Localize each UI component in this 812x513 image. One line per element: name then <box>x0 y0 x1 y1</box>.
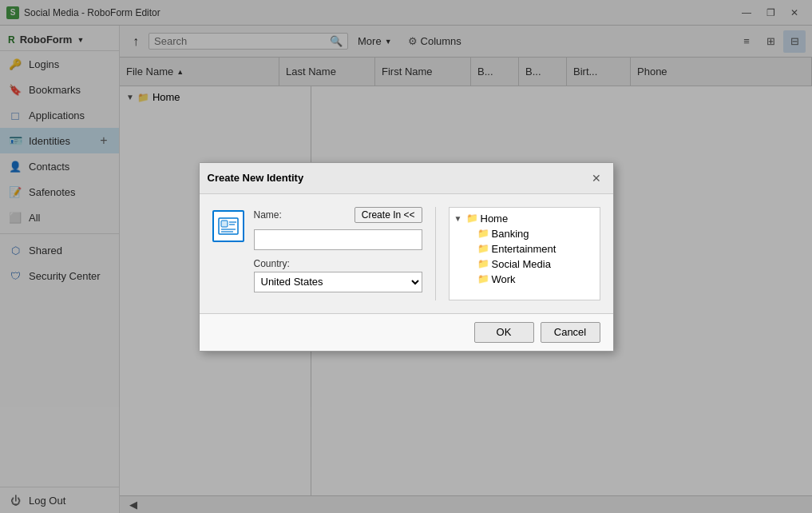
country-label: Country: <box>254 258 422 269</box>
modal-divider <box>435 207 436 300</box>
social-media-folder-icon: 📁 <box>477 258 489 269</box>
modal-tree-work[interactable]: 📁 Work <box>464 272 596 287</box>
cancel-button[interactable]: Cancel <box>541 322 600 343</box>
modal-close-button[interactable]: ✕ <box>588 169 605 187</box>
home-expand-icon: ▼ <box>454 214 464 223</box>
banking-label: Banking <box>492 228 529 240</box>
modal-form: Name: Create In << Country: United State… <box>254 207 422 300</box>
modal-tree-banking[interactable]: 📁 Banking <box>464 226 596 241</box>
modal-tree-home-label: Home <box>481 213 509 225</box>
home-folder-icon: 📁 <box>466 213 478 224</box>
name-label: Name: <box>254 209 282 221</box>
modal-tree-root: ▼ 📁 Home 📁 Banking 📁 Enter <box>453 211 596 287</box>
social-media-label: Social Media <box>492 258 551 270</box>
entertainment-label: Entertainment <box>492 243 557 255</box>
modal-tree-entertainment[interactable]: 📁 Entertainment <box>464 241 596 256</box>
svg-rect-1 <box>221 221 228 227</box>
modal-titlebar: Create New Identity ✕ <box>200 163 613 194</box>
banking-folder-icon: 📁 <box>477 228 489 239</box>
identity-icon <box>212 210 244 242</box>
modal-body: Name: Create In << Country: United State… <box>200 194 613 313</box>
modal-tree-social-media[interactable]: 📁 Social Media <box>464 256 596 272</box>
modal-footer: OK Cancel <box>200 313 613 351</box>
modal-overlay: Create New Identity ✕ <box>0 0 812 513</box>
modal-title: Create New Identity <box>208 172 304 184</box>
modal-icon-area <box>212 207 244 300</box>
ok-button[interactable]: OK <box>474 322 534 343</box>
work-label: Work <box>492 273 516 285</box>
modal-tree-panel: ▼ 📁 Home 📁 Banking 📁 Enter <box>449 207 600 300</box>
country-select[interactable]: United States Canada United Kingdom Aust… <box>254 272 422 292</box>
work-folder-icon: 📁 <box>477 273 489 284</box>
create-in-button[interactable]: Create In << <box>355 207 422 223</box>
modal-tree-children: 📁 Banking 📁 Entertainment 📁 Social Media <box>464 226 596 287</box>
create-identity-dialog: Create New Identity ✕ <box>199 162 614 352</box>
name-input[interactable] <box>254 229 422 250</box>
entertainment-folder-icon: 📁 <box>477 243 489 254</box>
modal-tree-home-row[interactable]: ▼ 📁 Home <box>453 211 596 226</box>
